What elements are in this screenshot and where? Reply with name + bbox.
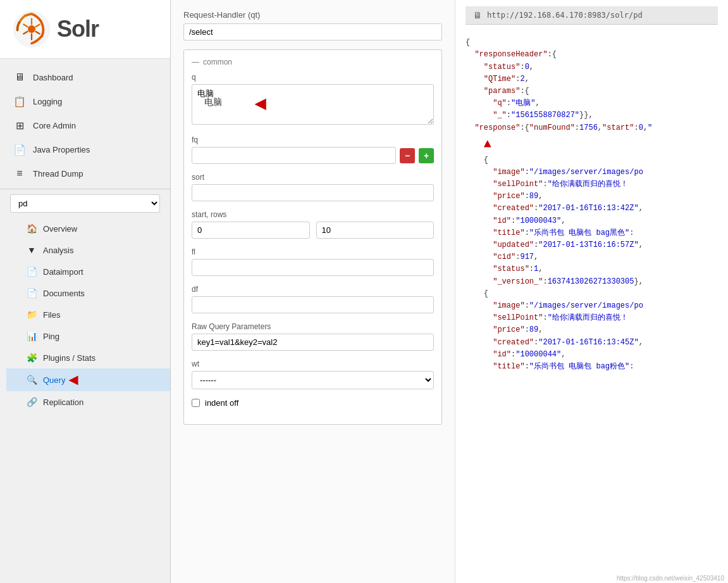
app-title: Solr — [57, 16, 99, 42]
fq-row: − + — [192, 147, 434, 164]
wt-group: wt ------ json xml python ruby php csv — [192, 360, 434, 389]
handler-input[interactable] — [183, 23, 442, 41]
url-text: http://192.168.64.170:8983/solr/pd — [487, 11, 643, 20]
sub-item-files[interactable]: 📁 Files — [6, 304, 170, 325]
fl-input[interactable] — [192, 259, 434, 276]
sub-item-plugins-stats[interactable]: 🧩 Plugins / Stats — [6, 347, 170, 368]
wt-select[interactable]: ------ json xml python ruby php csv — [192, 371, 434, 389]
q-label: q — [192, 73, 434, 82]
rows-input[interactable] — [316, 222, 435, 239]
analysis-icon: ▼ — [25, 244, 38, 256]
sub-item-label: Ping — [43, 332, 59, 341]
sub-item-dataimport[interactable]: 📄 Dataimport — [6, 261, 170, 282]
sub-item-analysis[interactable]: ▼ Analysis — [6, 239, 170, 261]
df-group: df — [192, 285, 434, 313]
dashboard-icon: 🖥 — [13, 70, 27, 84]
handler-group: Request-Handler (qt) — [183, 10, 442, 41]
url-icon: 🖥 — [473, 10, 482, 20]
results-panel: 🖥 http://192.168.64.170:8983/solr/pd { "… — [455, 0, 728, 583]
replication-icon: 🔗 — [25, 396, 38, 408]
sub-item-overview[interactable]: 🏠 Overview — [6, 218, 170, 239]
df-input[interactable] — [192, 296, 434, 313]
fl-group: fl — [192, 248, 434, 276]
watermark: https://blog.csdn.net/weixin_42503410 — [613, 574, 728, 583]
sub-item-label: Replication — [43, 398, 83, 407]
fl-label: fl — [192, 248, 434, 256]
logging-icon: 📋 — [13, 94, 27, 108]
results-arrow-indicator: ▲ — [484, 137, 491, 151]
sidebar-nav: 🖥 Dashboard 📋 Logging ⊞ Core Admin 📄 Jav… — [0, 59, 170, 419]
q-input[interactable] — [192, 84, 434, 125]
plugins-stats-icon: 🧩 — [25, 351, 38, 364]
start-rows-label: start, rows — [192, 210, 434, 219]
sub-item-replication[interactable]: 🔗 Replication — [6, 391, 170, 413]
fq-label: fq — [192, 135, 434, 144]
sidebar-divider — [0, 189, 170, 189]
sidebar-item-label: Thread Dump — [33, 169, 83, 179]
solr-logo-icon — [13, 10, 51, 48]
indent-group: indent off — [192, 398, 434, 408]
sort-group: sort — [192, 173, 434, 201]
sidebar-item-thread-dump[interactable]: ≡ Thread Dump — [0, 161, 170, 185]
sidebar-item-java-properties[interactable]: 📄 Java Properties — [0, 137, 170, 161]
svg-point-1 — [28, 25, 35, 33]
indent-label: indent off — [205, 398, 238, 408]
url-bar: 🖥 http://192.168.64.170:8983/solr/pd — [466, 6, 718, 25]
java-properties-icon: 📄 — [13, 142, 27, 156]
handler-label: Request-Handler (qt) — [183, 10, 442, 20]
sidebar-item-label: Logging — [33, 97, 62, 106]
core-select[interactable]: pd — [10, 194, 160, 213]
sidebar-item-logging[interactable]: 📋 Logging — [0, 89, 170, 113]
sidebar-logo: Solr — [0, 0, 170, 59]
sub-item-label: Query — [43, 375, 65, 385]
query-icon: 🔍 — [25, 373, 38, 386]
indent-checkbox[interactable] — [192, 399, 200, 407]
sidebar-item-label: Java Properties — [33, 145, 90, 154]
raw-query-group: Raw Query Parameters — [192, 322, 434, 351]
sidebar-item-dashboard[interactable]: 🖥 Dashboard — [0, 65, 170, 89]
sub-item-label: Dataimport — [43, 267, 83, 277]
fq-group: fq − + — [192, 135, 434, 164]
common-section: common q ◀ 电脑 fq − + — [183, 49, 442, 425]
sidebar-item-label: Dashboard — [33, 73, 73, 82]
sub-item-documents[interactable]: 📄 Documents — [6, 282, 170, 304]
files-icon: 📁 — [25, 308, 38, 321]
query-arrow-indicator: ◀ — [69, 373, 78, 387]
common-title: common — [192, 58, 434, 66]
sub-nav: 🏠 Overview ▼ Analysis 📄 Dataimport 📄 Doc… — [0, 218, 170, 413]
sub-item-label: Analysis — [43, 246, 73, 255]
sub-item-label: Documents — [43, 289, 85, 298]
start-rows-group: start, rows — [192, 210, 434, 239]
overview-icon: 🏠 — [25, 222, 38, 235]
sidebar-item-core-admin[interactable]: ⊞ Core Admin — [0, 113, 170, 137]
json-output: { "responseHeader":{ "status":0, "QTime"… — [466, 25, 718, 385]
sidebar: Solr 🖥 Dashboard 📋 Logging ⊞ Core Admin … — [0, 0, 171, 583]
sub-item-ping[interactable]: 📊 Ping — [6, 325, 170, 347]
sort-input[interactable] — [192, 184, 434, 201]
core-selector[interactable]: pd — [10, 194, 160, 213]
sub-item-label: Files — [43, 310, 60, 320]
sub-item-label: Plugins / Stats — [43, 353, 96, 363]
sort-label: sort — [192, 173, 434, 182]
q-input-wrapper: ◀ 电脑 — [192, 84, 434, 127]
raw-query-label: Raw Query Parameters — [192, 322, 434, 331]
q-group: q ◀ 电脑 — [192, 73, 434, 127]
raw-query-input[interactable] — [192, 334, 434, 351]
fq-remove-button[interactable]: − — [400, 148, 415, 163]
sidebar-item-label: Core Admin — [33, 121, 76, 130]
start-input[interactable] — [192, 222, 310, 239]
ping-icon: 📊 — [25, 330, 38, 342]
documents-icon: 📄 — [25, 287, 38, 299]
main-area: Request-Handler (qt) common q ◀ 电脑 fq — [171, 0, 728, 583]
query-panel: Request-Handler (qt) common q ◀ 电脑 fq — [171, 0, 455, 583]
dataimport-icon: 📄 — [25, 265, 38, 278]
fq-add-button[interactable]: + — [419, 148, 434, 163]
start-rows-inputs — [192, 222, 434, 239]
df-label: df — [192, 285, 434, 294]
fq-input[interactable] — [192, 147, 396, 164]
thread-dump-icon: ≡ — [13, 166, 27, 180]
core-admin-icon: ⊞ — [13, 118, 27, 132]
sub-item-query[interactable]: 🔍 Query ◀ — [6, 368, 170, 391]
wt-label: wt — [192, 360, 434, 368]
sub-item-label: Overview — [43, 224, 77, 234]
